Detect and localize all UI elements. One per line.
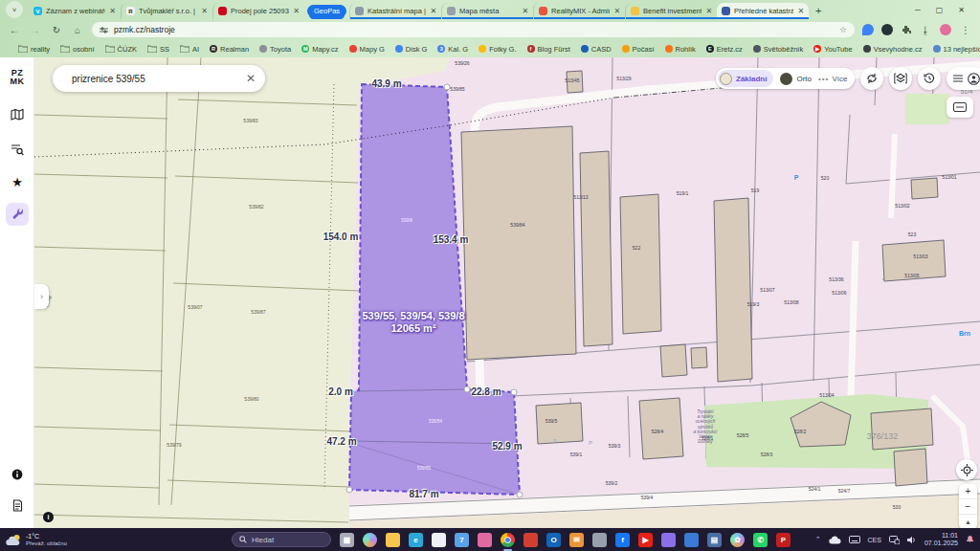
- bookmark-item[interactable]: 3Kal. G: [437, 45, 468, 54]
- layers-button[interactable]: [889, 67, 912, 90]
- taskbar-app-calendar[interactable]: 7: [455, 533, 469, 547]
- taskbar-app-pdf[interactable]: P: [776, 533, 791, 547]
- home-icon[interactable]: ⌂: [71, 25, 84, 35]
- taskbar-app-mail[interactable]: ✉: [569, 533, 584, 547]
- bookmark-folder[interactable]: ČÚZK: [105, 45, 137, 54]
- bookmark-item[interactable]: Vsevyhodne.cz: [863, 45, 923, 54]
- menu-kebab-icon[interactable]: ⋮: [959, 25, 972, 35]
- bookmark-item[interactable]: CASD: [581, 45, 612, 54]
- tab-search-chevron-icon[interactable]: ˅: [6, 1, 23, 18]
- basemap-basic-button[interactable]: Základní: [718, 70, 773, 87]
- sync-view-button[interactable]: [860, 67, 883, 90]
- taskbar-app-youtube[interactable]: ▶: [638, 533, 653, 547]
- omnibox[interactable]: pzmk.cz/nastroje ☆: [92, 22, 855, 37]
- locate-me-button[interactable]: [956, 459, 977, 480]
- map-search-bar[interactable]: ✕: [53, 65, 265, 92]
- bookmark-item[interactable]: 13 nejlepších zdrojů...: [933, 45, 980, 54]
- bookmark-item[interactable]: Fotky G.: [479, 45, 516, 54]
- volume-icon[interactable]: [907, 536, 917, 544]
- bookmark-folder[interactable]: AI: [180, 45, 199, 54]
- download-icon[interactable]: ⭳: [919, 25, 932, 35]
- taskbar-app-app-red[interactable]: [523, 533, 538, 547]
- language-indicator[interactable]: CES: [868, 537, 881, 543]
- basemap-orto-button[interactable]: Orto: [780, 73, 812, 85]
- bookmark-item[interactable]: MMapy.cz: [301, 45, 338, 54]
- taskbar-app-edge[interactable]: e: [409, 533, 423, 547]
- taskbar-clock[interactable]: 11:01 07.01.2025: [924, 532, 958, 547]
- profile-avatar[interactable]: [940, 24, 951, 35]
- bookmark-star-icon[interactable]: ☆: [839, 25, 847, 34]
- bookmark-folder[interactable]: reality: [18, 45, 50, 54]
- minimize-button[interactable]: ─: [915, 6, 921, 14]
- cadastral-map[interactable]: 43.9 m154.0 m153.4 m2.0 m22.8 m47.2 m52.…: [34, 57, 980, 528]
- basemap-more-button[interactable]: ••• Více: [818, 75, 847, 83]
- menu-account-button[interactable]: [947, 67, 980, 90]
- history-button[interactable]: [918, 67, 941, 90]
- notification-bell-icon[interactable]: 🔔︎: [966, 535, 974, 544]
- taskbar-app-paint[interactable]: [478, 533, 492, 547]
- bookmark-item[interactable]: Počasí: [622, 45, 655, 54]
- tab-close-icon[interactable]: ✕: [797, 7, 804, 15]
- extensions-puzzle-icon[interactable]: [901, 25, 911, 35]
- zoom-in-button[interactable]: +: [959, 484, 977, 499]
- tray-chevron-icon[interactable]: ⌃: [815, 536, 821, 543]
- browser-tab[interactable]: VZáznam z webináře CeMa✕: [29, 3, 121, 19]
- tab-close-icon[interactable]: ✕: [109, 7, 116, 15]
- site-settings-icon[interactable]: [100, 26, 108, 34]
- taskbar-app-copilot[interactable]: [363, 533, 377, 547]
- taskbar-search[interactable]: Hledat: [232, 532, 331, 547]
- taskbar-app-camera[interactable]: [592, 533, 607, 547]
- browser-tab[interactable]: Prodej pole 250933 m², M✕: [212, 3, 304, 19]
- street-view-card-button[interactable]: [947, 97, 973, 118]
- bookmark-item[interactable]: fBlog Fürst: [527, 45, 570, 54]
- tab-close-icon[interactable]: ✕: [613, 7, 620, 15]
- taskbar-app-calculator[interactable]: ▤: [707, 533, 722, 547]
- bookmark-item[interactable]: RRealman: [210, 45, 249, 54]
- bookmark-item[interactable]: ▶YouTube: [813, 45, 852, 54]
- url-text[interactable]: pzmk.cz/nastroje: [114, 25, 175, 34]
- sidebar-item-map[interactable]: [6, 103, 29, 126]
- start-button[interactable]: [209, 533, 223, 547]
- close-button[interactable]: ✕: [958, 6, 965, 14]
- reload-icon[interactable]: ↻: [50, 25, 63, 35]
- sidebar-item-search-list[interactable]: [6, 138, 29, 161]
- browser-tab[interactable]: Mapa města✕: [441, 3, 533, 19]
- taskbar-app-chrome[interactable]: [501, 533, 515, 547]
- taskbar-app-outlook[interactable]: O: [546, 533, 561, 547]
- location-extension-icon[interactable]: [862, 24, 874, 35]
- bookmark-item[interactable]: EEretz.cz: [706, 45, 743, 54]
- map-info-dot[interactable]: i: [43, 512, 54, 522]
- tab-close-icon[interactable]: ✕: [201, 7, 208, 15]
- browser-tab[interactable]: RTvůjmakléř s.r.o. | Systém R✕: [121, 3, 212, 19]
- onedrive-cloud-icon[interactable]: [829, 536, 841, 544]
- tab-close-icon[interactable]: ✕: [293, 7, 300, 15]
- dark-extension-icon[interactable]: [881, 24, 893, 35]
- taskbar-app-task-view[interactable]: ▦: [340, 533, 354, 547]
- bookmark-folder[interactable]: osobní: [60, 45, 95, 54]
- panel-toggle-chevron[interactable]: ›: [34, 284, 49, 309]
- keyboard-icon[interactable]: [849, 536, 860, 543]
- browser-tab[interactable]: RealityMIX - Administrační✕: [533, 3, 625, 19]
- taskbar-app-facebook[interactable]: f: [615, 533, 630, 547]
- pzmk-logo[interactable]: PZMK: [0, 69, 34, 86]
- zoom-out-button[interactable]: −: [959, 499, 977, 515]
- taskbar-app-file-explorer[interactable]: [386, 533, 400, 547]
- browser-tab[interactable]: Benefit investment, a.s. (Bv✕: [625, 3, 717, 19]
- sidebar-item-documents[interactable]: [6, 494, 29, 517]
- new-tab-button[interactable]: +: [811, 3, 826, 18]
- sidebar-item-info[interactable]: [6, 463, 29, 486]
- bookmark-item[interactable]: Mapy G: [349, 45, 385, 54]
- taskbar-app-app-blue[interactable]: [684, 533, 699, 547]
- bookmark-item[interactable]: Rohlík: [665, 45, 696, 54]
- browser-tab[interactable]: Katastrální mapa | GeoPas✕: [349, 3, 441, 19]
- taskbar-app-whatsapp[interactable]: ✆: [753, 533, 768, 547]
- taskbar-app-store[interactable]: [432, 533, 446, 547]
- bookmark-item[interactable]: Toyota: [259, 45, 291, 54]
- network-display-icon[interactable]: [889, 536, 900, 544]
- compass-button[interactable]: ▲: [959, 515, 977, 528]
- maximize-button[interactable]: ▢: [936, 6, 944, 14]
- tab-close-icon[interactable]: ✕: [705, 7, 712, 15]
- taskbar-weather-widget[interactable]: -1°C Převáž. oblačno: [6, 533, 149, 547]
- sidebar-item-tools[interactable]: [6, 203, 29, 226]
- browser-tab[interactable]: Přehledné katastrální map✕: [717, 3, 809, 19]
